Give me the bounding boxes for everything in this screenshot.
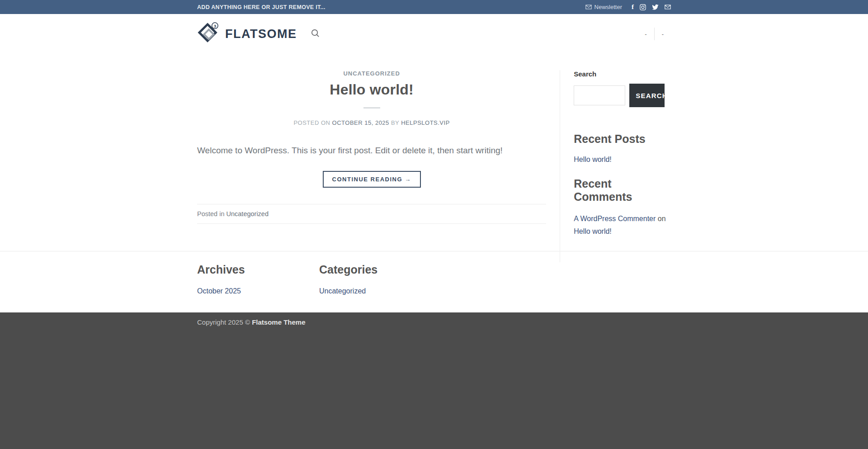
post-category-link[interactable]: UNCATEGORIZED <box>197 70 546 77</box>
instagram-icon[interactable] <box>640 4 646 10</box>
categories-title: Categories <box>319 263 441 276</box>
footer-copyright-bar: Copyright 2025 © Flatsome Theme <box>0 312 868 449</box>
logo-text: FLATSOME <box>225 27 297 41</box>
meta-posted-on: POSTED ON <box>293 119 332 126</box>
archive-link[interactable]: October 2025 <box>197 287 241 295</box>
title-divider <box>363 107 380 109</box>
comment-connector: on <box>656 215 665 222</box>
posted-in-label: Posted in <box>197 210 226 217</box>
recent-posts-title: Recent Posts <box>574 132 671 146</box>
top-bar: ADD ANYTHING HERE OR JUST REMOVE IT... N… <box>0 0 868 14</box>
comment-post-link[interactable]: Hello world! <box>574 227 612 235</box>
copyright-text: Copyright 2025 © <box>197 318 252 326</box>
post-meta: POSTED ON OCTOBER 15, 2025 BY HELPSLOTS.… <box>197 119 546 126</box>
nav-item-1[interactable]: - <box>637 31 654 38</box>
site-logo[interactable]: 3 FLATSOME <box>197 22 297 46</box>
search-icon[interactable] <box>310 28 321 40</box>
recent-comment-item: A WordPress Commenter on Hello world! <box>574 213 671 238</box>
sidebar: Search SEARCH Recent Posts Hello world! … <box>560 70 671 262</box>
twitter-icon[interactable] <box>652 4 659 10</box>
meta-by: BY <box>389 119 401 126</box>
copyright-brand: Flatsome Theme <box>252 318 305 326</box>
posted-in-category-link[interactable]: Uncategorized <box>226 210 269 217</box>
site-header: 3 FLATSOME - - <box>0 14 868 54</box>
archives-title: Archives <box>197 263 319 276</box>
svg-text:3: 3 <box>214 24 216 28</box>
nav-item-2[interactable]: - <box>655 31 671 38</box>
newsletter-label: Newsletter <box>594 4 622 10</box>
category-link[interactable]: Uncategorized <box>319 287 366 295</box>
newsletter-link[interactable]: Newsletter <box>585 4 622 10</box>
post-date-link[interactable]: OCTOBER 15, 2025 <box>332 119 389 126</box>
header-nav: - - <box>637 28 671 40</box>
post-excerpt: Welcome to WordPress. This is your first… <box>197 144 546 157</box>
footer-archives-widget: Archives October 2025 <box>197 263 319 295</box>
flatsome-logo-mark-icon: 3 <box>197 22 220 46</box>
topbar-message: ADD ANYTHING HERE OR JUST REMOVE IT... <box>197 4 326 10</box>
post-author-link[interactable]: HELPSLOTS.VIP <box>401 119 450 126</box>
sidebar-search-input[interactable] <box>574 85 625 105</box>
sidebar-search-title: Search <box>574 70 671 78</box>
post-title: Hello world! <box>197 81 546 98</box>
comment-author-link[interactable]: A WordPress Commenter <box>574 215 656 222</box>
facebook-icon[interactable]: f <box>632 4 634 10</box>
posted-in-row: Posted in Uncategorized <box>197 204 546 224</box>
recent-post-link[interactable]: Hello world! <box>574 156 671 164</box>
envelope-icon <box>585 5 592 9</box>
main-content: UNCATEGORIZED Hello world! POSTED ON OCT… <box>0 54 868 251</box>
continue-reading-button[interactable]: CONTINUE READING → <box>323 171 421 188</box>
blog-post: UNCATEGORIZED Hello world! POSTED ON OCT… <box>197 70 546 262</box>
sidebar-search-button[interactable]: SEARCH <box>629 84 665 107</box>
recent-comments-title: Recent Comments <box>574 177 671 203</box>
footer-categories-widget: Categories Uncategorized <box>319 263 441 295</box>
email-icon[interactable] <box>665 5 671 9</box>
